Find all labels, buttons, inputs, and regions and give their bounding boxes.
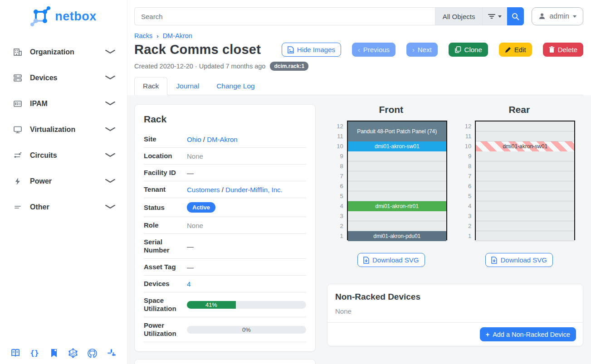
delete-button[interactable]: Delete xyxy=(543,43,583,57)
hide-images-button[interactable]: Hide Images xyxy=(282,43,341,57)
non-racked-title: Non-Racked Devices xyxy=(327,284,583,305)
building-icon xyxy=(13,47,23,57)
sidebar-item-other[interactable]: Other xyxy=(0,194,127,220)
rack-elevations: Front121110987654321Panduit 48-Port Patc… xyxy=(327,104,583,267)
attribute-value: Active xyxy=(187,198,306,217)
unit-number: 1 xyxy=(335,231,343,241)
empty-rack-unit[interactable] xyxy=(476,221,574,231)
chevron-down-icon xyxy=(105,127,115,131)
breadcrumb-link[interactable]: Racks xyxy=(134,32,152,39)
attribute-row: Power Utilization0% xyxy=(144,317,306,342)
download-svg-button[interactable]: Download SVG xyxy=(485,253,553,267)
attribute-row: Facility ID— xyxy=(144,165,306,181)
sidebar-item-virtualization[interactable]: Virtualization xyxy=(0,116,127,142)
breadcrumb-link[interactable]: DM-Akron xyxy=(163,32,192,39)
empty-rack-unit[interactable] xyxy=(348,181,446,191)
sidebar-item-organization[interactable]: Organization xyxy=(0,39,127,65)
graphql-icon[interactable] xyxy=(68,348,78,359)
unit-number: 5 xyxy=(335,191,343,201)
github-icon[interactable] xyxy=(87,348,98,359)
sidebar-item-power[interactable]: Power xyxy=(0,168,127,194)
unit-number: 1 xyxy=(463,231,471,241)
ipam-icon xyxy=(13,99,23,109)
attribute-empty-dash: — xyxy=(187,263,194,271)
rack-device[interactable]: Panduit 48-Port Patch Panel (74) xyxy=(348,121,446,141)
edit-button[interactable]: Edit xyxy=(499,43,532,57)
empty-rack-unit[interactable] xyxy=(476,191,574,201)
empty-rack-unit[interactable] xyxy=(348,171,446,181)
empty-rack-unit[interactable] xyxy=(348,221,446,231)
unit-number: 8 xyxy=(463,161,471,171)
netbox-logo[interactable]: netbox xyxy=(0,0,127,31)
user-name: admin xyxy=(549,12,569,20)
attribute-link[interactable]: Dunder-Mifflin, Inc. xyxy=(225,186,283,194)
rack-device[interactable]: dmi01-akron-sw01 xyxy=(476,141,574,151)
unit-number: 5 xyxy=(463,191,471,201)
attribute-link[interactable]: Customers xyxy=(187,186,220,194)
rack-device[interactable]: dmi01-akron-rtr01 xyxy=(348,201,446,211)
attribute-label: Site xyxy=(144,131,187,148)
rack-device[interactable]: dmi01-akron-pdu01 xyxy=(348,231,446,241)
chevron-down-icon xyxy=(105,205,115,209)
tab-rack[interactable]: Rack xyxy=(134,77,167,95)
sidebar-item-label: Circuits xyxy=(30,151,57,160)
empty-rack-unit[interactable] xyxy=(476,231,574,241)
action-buttons: Hide Images ‹ Previous › Next Clone xyxy=(282,43,583,57)
non-racked-devices-card: Non-Racked Devices None + Add a Non-Rack… xyxy=(327,284,583,346)
empty-rack-unit[interactable] xyxy=(476,121,574,131)
attribute-value: Customers / Dunder-Mifflin, Inc. xyxy=(187,181,306,198)
search-filter-button[interactable] xyxy=(482,7,507,25)
bookmark-icon[interactable] xyxy=(49,348,59,359)
rack-elevation-box: dmi01-akron-sw01 xyxy=(475,121,575,240)
attribute-value: None xyxy=(187,217,306,234)
rack-device[interactable]: dmi01-akron-sw01 xyxy=(348,141,446,151)
previous-button[interactable]: ‹ Previous xyxy=(352,43,396,57)
sidebar-item-devices[interactable]: Devices xyxy=(0,65,127,91)
search-scope-button[interactable]: All Objects xyxy=(435,7,483,25)
unit-number: 7 xyxy=(335,171,343,181)
unit-number: 12 xyxy=(335,121,343,131)
sidebar-item-ipam[interactable]: IPAM xyxy=(0,91,127,116)
add-non-racked-device-button[interactable]: + Add a Non-Racked Device xyxy=(480,327,576,341)
empty-rack-unit[interactable] xyxy=(476,151,574,161)
empty-rack-unit[interactable] xyxy=(348,211,446,221)
attribute-label: Facility ID xyxy=(144,165,187,181)
attribute-label: Serial Number xyxy=(144,234,187,259)
attribute-link[interactable]: DM-Akron xyxy=(207,136,238,143)
empty-rack-unit[interactable] xyxy=(348,191,446,201)
pencil-icon xyxy=(505,47,511,53)
code-braces-icon[interactable]: {} xyxy=(29,348,40,359)
object-id-badge: dcim.rack:1 xyxy=(270,62,308,71)
next-button[interactable]: › Next xyxy=(406,43,438,57)
attribute-link[interactable]: 4 xyxy=(187,280,190,288)
empty-rack-unit[interactable] xyxy=(476,171,574,181)
empty-rack-unit[interactable] xyxy=(348,161,446,171)
chevron-down-icon xyxy=(105,102,115,106)
user-menu-button[interactable]: admin xyxy=(532,7,583,25)
empty-rack-unit[interactable] xyxy=(476,181,574,191)
rack-card-title: Rack xyxy=(144,114,306,125)
empty-rack-unit[interactable] xyxy=(476,131,574,141)
unit-number: 2 xyxy=(463,221,471,231)
sidebar-item-circuits[interactable]: Circuits xyxy=(0,142,127,168)
attribute-row: Devices4 xyxy=(144,276,306,292)
sidebar: netbox OrganizationDevicesIPAMVirtualiza… xyxy=(0,0,127,364)
elevation-title: Rear xyxy=(508,104,530,115)
slack-icon[interactable] xyxy=(106,348,117,359)
attribute-link[interactable]: Ohio xyxy=(187,136,201,143)
right-column: Front121110987654321Panduit 48-Port Patc… xyxy=(327,104,583,364)
empty-rack-unit[interactable] xyxy=(476,161,574,171)
search-input[interactable] xyxy=(134,7,435,25)
empty-rack-unit[interactable] xyxy=(348,151,446,161)
copy-icon xyxy=(454,46,461,53)
download-svg-button[interactable]: Download SVG xyxy=(357,253,425,267)
attribute-value: Ohio / DM-Akron xyxy=(187,131,306,148)
search-submit-button[interactable] xyxy=(507,7,524,25)
chevron-down-icon xyxy=(573,15,576,18)
clone-button[interactable]: Clone xyxy=(449,43,488,57)
docs-book-icon[interactable] xyxy=(10,348,21,359)
empty-rack-unit[interactable] xyxy=(476,201,574,211)
tab-change-log[interactable]: Change Log xyxy=(208,77,263,95)
empty-rack-unit[interactable] xyxy=(476,211,574,221)
tab-journal[interactable]: Journal xyxy=(167,77,208,95)
